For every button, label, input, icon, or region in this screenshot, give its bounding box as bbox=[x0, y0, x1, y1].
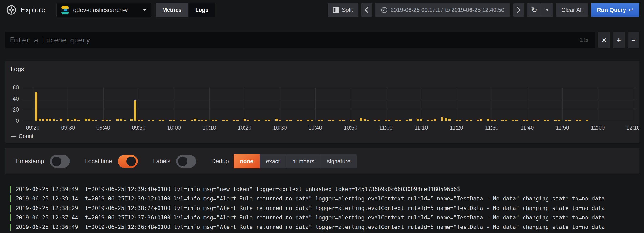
dedup-option-exact[interactable]: exact bbox=[260, 154, 286, 169]
log-rows-list: 2019-06-25 12:39:49t=2019-06-25T12:39:40… bbox=[0, 184, 644, 233]
log-timestamp: 2019-06-25 12:39:49 bbox=[16, 186, 78, 192]
clear-all-label: Clear All bbox=[561, 7, 582, 13]
chart-bar bbox=[332, 120, 334, 121]
explore-brand: Explore bbox=[5, 5, 46, 15]
x-gridline bbox=[280, 88, 280, 121]
refresh-button[interactable]: ↻ bbox=[527, 3, 541, 17]
legend-series-label[interactable]: Count bbox=[19, 133, 33, 140]
x-tick-label: 11:30 bbox=[485, 125, 498, 131]
run-query-button[interactable]: Run Query ↵ bbox=[591, 3, 639, 17]
log-row-partial[interactable] bbox=[10, 232, 639, 233]
tab-logs[interactable]: Logs bbox=[189, 2, 215, 17]
dedup-option-none[interactable]: none bbox=[234, 154, 260, 169]
labels-toggle[interactable] bbox=[176, 155, 196, 168]
log-level-indicator bbox=[10, 224, 11, 231]
chart-bar bbox=[576, 120, 578, 121]
chart-bar bbox=[579, 120, 581, 121]
log-message: t=2019-06-25T12:37:36+0100 lvl=info msg=… bbox=[85, 215, 639, 221]
x-gridline bbox=[350, 88, 351, 121]
chart-bar bbox=[399, 120, 401, 121]
dedup-button-group: noneexactnumberssignature bbox=[234, 154, 357, 169]
log-options-panel: TimestampLocal timeLabels Dedup noneexac… bbox=[5, 148, 639, 174]
x-tick-label: 10:50 bbox=[344, 125, 358, 131]
log-level-indicator bbox=[10, 195, 11, 202]
time-range-picker[interactable]: 2019-06-25 09:17:17 to 2019-06-25 12:40:… bbox=[375, 3, 510, 17]
chart-bar bbox=[318, 120, 320, 121]
y-tick-label: 40 bbox=[12, 95, 19, 102]
chart-bar bbox=[159, 120, 161, 121]
log-timestamp: 2019-06-25 12:36:49 bbox=[16, 224, 78, 230]
x-gridline bbox=[209, 88, 210, 121]
log-row[interactable]: 2019-06-25 12:38:29t=2019-06-25T12:38:24… bbox=[10, 203, 639, 213]
chart-bar bbox=[547, 120, 550, 121]
remove-query-button[interactable]: × bbox=[598, 32, 610, 48]
chevron-right-icon bbox=[516, 7, 521, 13]
timestamp-toggle[interactable] bbox=[50, 155, 70, 168]
chart-bar bbox=[339, 120, 341, 121]
clear-all-button[interactable]: Clear All bbox=[556, 3, 588, 17]
split-label: Split bbox=[342, 7, 353, 13]
chart-bar bbox=[134, 100, 136, 121]
refresh-button-group: ↻ bbox=[527, 3, 553, 17]
dedup-control: Dedup noneexactnumberssignature bbox=[211, 154, 356, 169]
chart-bar bbox=[148, 120, 150, 121]
compass-icon bbox=[6, 5, 17, 15]
chart-bar bbox=[374, 120, 376, 121]
dedup-option-signature[interactable]: signature bbox=[321, 154, 357, 169]
local-time-toggle[interactable] bbox=[118, 155, 138, 168]
time-range-text: 2019-06-25 09:17:17 to 2019-06-25 12:40:… bbox=[390, 7, 504, 13]
chart-bar bbox=[222, 120, 224, 121]
x-tick-label: 10:30 bbox=[273, 125, 287, 131]
dedup-option-numbers[interactable]: numbers bbox=[286, 154, 320, 169]
collapse-query-button[interactable]: − bbox=[628, 32, 639, 48]
time-shift-back-button[interactable] bbox=[362, 3, 372, 17]
chart-bar bbox=[49, 119, 51, 121]
log-row[interactable]: 2019-06-25 12:36:49t=2019-06-25T12:36:48… bbox=[10, 222, 639, 232]
chart-bar bbox=[233, 120, 235, 121]
log-timestamp: 2019-06-25 12:38:29 bbox=[16, 205, 78, 211]
chart-bar bbox=[522, 120, 525, 121]
logs-panel: Logs 604020009:2009:3009:4009:5010:0010:… bbox=[5, 60, 639, 143]
y-gridline bbox=[22, 110, 637, 110]
chart-bar bbox=[258, 120, 260, 121]
split-button[interactable]: Split bbox=[328, 3, 358, 17]
chart-bar bbox=[204, 120, 207, 121]
chart-bar bbox=[265, 120, 267, 121]
chart-bar bbox=[74, 119, 76, 121]
chart-bar bbox=[385, 120, 387, 121]
y-gridline bbox=[22, 88, 637, 88]
log-row[interactable]: 2019-06-25 12:37:44t=2019-06-25T12:37:36… bbox=[10, 213, 639, 222]
chart-bar bbox=[88, 119, 90, 121]
chart-bar bbox=[35, 92, 37, 121]
chart-bar bbox=[42, 119, 44, 121]
chart-bar bbox=[416, 119, 419, 121]
x-gridline bbox=[492, 88, 492, 121]
x-gridline bbox=[456, 88, 457, 121]
chart-bar bbox=[67, 119, 69, 121]
chart-bar bbox=[268, 120, 270, 121]
chart-plot[interactable]: 604020009:2009:3009:4009:5010:0010:1010:… bbox=[22, 88, 637, 121]
y-tick-label: 60 bbox=[12, 84, 19, 91]
chart-bar bbox=[60, 119, 62, 121]
lucene-query-input[interactable]: Enter a Lucene query 0.1s bbox=[5, 32, 595, 48]
query-elapsed-time: 0.1s bbox=[579, 37, 588, 43]
log-row[interactable]: 2019-06-25 12:39:49t=2019-06-25T12:39:40… bbox=[10, 184, 639, 194]
chart-bar bbox=[53, 119, 55, 121]
tab-metrics[interactable]: Metrics bbox=[156, 2, 188, 17]
legend-series-marker[interactable] bbox=[11, 136, 16, 137]
chart-bar bbox=[84, 119, 87, 121]
chart-bar bbox=[130, 119, 132, 121]
chart-bar bbox=[254, 120, 256, 121]
time-shift-forward-button[interactable] bbox=[513, 3, 524, 17]
log-level-indicator bbox=[10, 186, 11, 193]
log-row[interactable]: 2019-06-25 12:39:14t=2019-06-25T12:39:12… bbox=[10, 194, 639, 203]
x-gridline bbox=[386, 88, 386, 121]
local-time-label: Local time bbox=[85, 158, 112, 165]
datasource-picker[interactable]: gdev-elasticsearch-v bbox=[56, 2, 152, 17]
x-tick-label: 12:10 bbox=[626, 125, 639, 131]
chart-bar bbox=[544, 120, 546, 121]
refresh-interval-dropdown[interactable] bbox=[541, 3, 553, 17]
add-query-button[interactable]: + bbox=[613, 32, 624, 48]
query-row: Enter a Lucene query 0.1s × + − bbox=[5, 32, 639, 48]
chart-bar bbox=[410, 119, 412, 121]
